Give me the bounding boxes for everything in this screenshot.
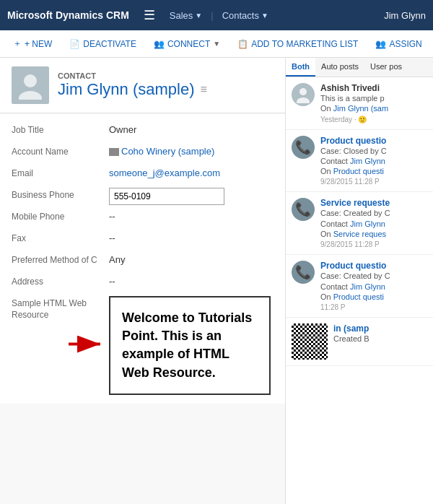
fax-value: --	[109, 231, 274, 248]
deactivate-button[interactable]: 📄 DEACTIVATE	[62, 30, 144, 58]
feed-link[interactable]: Product questi	[333, 167, 384, 175]
web-resource-content: Welcome to Tutorials Point. This is an e…	[122, 309, 258, 382]
email-value[interactable]: someone_j@example.com	[109, 166, 274, 183]
context-menu-icon[interactable]: ≡	[200, 83, 206, 96]
tab-user-posts[interactable]: User pos	[364, 58, 408, 77]
feed-case-title[interactable]: in (samp	[333, 323, 427, 334]
feed-case-title[interactable]: Product questio	[320, 261, 427, 271]
feed-text: Case: Created by CContact Jim GlynnOn Pr…	[320, 271, 427, 302]
account-icon	[109, 148, 119, 156]
right-panel: Both Auto posts User pos Ashish Trivedi …	[285, 58, 433, 504]
add-marketing-button[interactable]: 📋 ADD TO MARKETING LIST	[230, 30, 365, 58]
hamburger-icon[interactable]: ☰	[138, 4, 161, 26]
form-row: Email someone_j@example.com	[12, 166, 274, 183]
contact-header: CONTACT Jim Glynn (sample) ≡	[0, 58, 285, 113]
nav-contacts[interactable]: Contacts ▼	[222, 10, 268, 21]
feed-link[interactable]: Jim Glynn	[350, 220, 385, 228]
email-label: Email	[12, 166, 109, 183]
svg-point-0	[24, 74, 37, 87]
web-resource-label: Sample HTML Web Resource	[12, 296, 109, 395]
feed-link[interactable]: Jim Glynn	[350, 157, 385, 165]
feed-date: 9/28/2015 11:28 P	[320, 178, 427, 186]
address-value: --	[109, 274, 274, 292]
form-row: Address --	[12, 274, 274, 292]
avatar: 📞	[292, 198, 315, 221]
form-row: Preferred Method of C Any	[12, 253, 274, 270]
nav-separator: |	[211, 10, 213, 21]
fax-label: Fax	[12, 231, 109, 248]
feed-date: Yesterday · 🙂	[320, 116, 427, 123]
assign-button[interactable]: 👥 ASSIGN	[368, 30, 429, 58]
content-area: CONTACT Jim Glynn (sample) ≡ Job Title O…	[0, 58, 433, 504]
feed-content: in (samp Created B	[333, 323, 427, 360]
new-button[interactable]: ＋ + NEW	[6, 30, 59, 58]
web-resource-box: Welcome to Tutorials Point. This is an e…	[109, 296, 271, 395]
feed-item: in (samp Created B	[286, 318, 433, 366]
account-name-label: Account Name	[12, 144, 109, 162]
form-row: Business Phone	[12, 188, 274, 205]
marketing-icon: 📋	[237, 39, 248, 49]
feed-tabs: Both Auto posts User pos	[286, 58, 433, 77]
feed-text: Case: Closed by CContact Jim GlynnOn Pro…	[320, 146, 427, 177]
preferred-method-value: Any	[109, 253, 274, 270]
svg-point-1	[19, 91, 42, 100]
feed-link[interactable]: Product questi	[333, 292, 384, 301]
mobile-phone-value: --	[109, 209, 274, 227]
sales-caret-icon: ▼	[195, 12, 202, 19]
feed-date: 11:28 P	[320, 303, 427, 311]
avatar	[12, 66, 49, 104]
feed-content: Product questio Case: Closed by CContact…	[320, 136, 427, 186]
main-panel: CONTACT Jim Glynn (sample) ≡ Job Title O…	[0, 58, 285, 504]
feed-date: 9/28/2015 11:28 P	[320, 240, 427, 248]
feed-content: Ashish Trivedi This is a sample pOn Jim …	[320, 83, 427, 123]
preferred-method-label: Preferred Method of C	[12, 253, 109, 270]
connect-icon: 👥	[154, 39, 165, 49]
feed-text: This is a sample pOn Jim Glynn (sam	[320, 93, 427, 114]
tab-both[interactable]: Both	[286, 58, 315, 77]
nav-user[interactable]: Jim Glynn	[384, 10, 426, 21]
feed-author-name: Ashish Trivedi	[320, 83, 427, 93]
address-label: Address	[12, 274, 109, 292]
deactivate-icon: 📄	[69, 39, 80, 49]
new-icon: ＋	[13, 38, 22, 50]
mobile-phone-label: Mobile Phone	[12, 209, 109, 227]
command-bar: ＋ + NEW 📄 DEACTIVATE 👥 CONNECT ▼ 📋 ADD T…	[0, 30, 433, 58]
feed-case-title[interactable]: Product questio	[320, 136, 427, 146]
contact-type-label: CONTACT	[58, 71, 207, 80]
connect-button[interactable]: 👥 CONNECT ▼	[146, 30, 227, 58]
form-row: Fax --	[12, 231, 274, 248]
form-row: Mobile Phone --	[12, 209, 274, 227]
contact-info: CONTACT Jim Glynn (sample) ≡	[58, 71, 207, 99]
feed-link[interactable]: Jim Glynn	[350, 282, 385, 291]
form-section: Job Title Owner Account Name Coho Winery…	[0, 114, 285, 404]
form-row: Account Name Coho Winery (sample)	[12, 144, 274, 162]
qr-code-image	[292, 323, 328, 360]
tab-auto-posts[interactable]: Auto posts	[315, 58, 364, 77]
feed-content: Service requeste Case: Created by CConta…	[320, 198, 427, 248]
connect-dropdown-icon[interactable]: ▼	[213, 40, 220, 48]
nav-sales[interactable]: Sales ▼	[170, 10, 202, 21]
assign-icon: 👥	[375, 39, 386, 49]
feed-link[interactable]: Service reques	[333, 230, 386, 238]
feed-content: Product questio Case: Created by CContac…	[320, 261, 427, 311]
contacts-caret-icon: ▼	[261, 12, 268, 19]
feed-item: 📞 Product questio Case: Closed by CConta…	[286, 130, 433, 193]
web-resource-row: Sample HTML Web Resource	[12, 296, 274, 395]
feed-link[interactable]: Jim Glynn (sam	[333, 104, 388, 113]
form-row: Job Title Owner	[12, 123, 274, 140]
business-phone-input[interactable]	[109, 188, 224, 205]
app-logo: Microsoft Dynamics CRM	[7, 9, 129, 21]
avatar: 📞	[292, 136, 315, 159]
feed-text: Case: Created by CContact Jim GlynnOn Se…	[320, 208, 427, 239]
job-title-label: Job Title	[12, 123, 109, 140]
feed-item: 📞 Service requeste Case: Created by CCon…	[286, 192, 433, 255]
feed-case-title[interactable]: Service requeste	[320, 198, 427, 208]
job-title-value: Owner	[109, 123, 274, 140]
feed-item: Ashish Trivedi This is a sample pOn Jim …	[286, 77, 433, 130]
feed-text: Created B	[333, 334, 427, 344]
nav-bar: Microsoft Dynamics CRM ☰ Sales ▼ | Conta…	[0, 0, 433, 30]
feed-item: 📞 Product questio Case: Created by CCont…	[286, 255, 433, 318]
svg-point-4	[299, 88, 307, 95]
account-name-value[interactable]: Coho Winery (sample)	[109, 144, 274, 162]
business-phone-label: Business Phone	[12, 188, 109, 205]
